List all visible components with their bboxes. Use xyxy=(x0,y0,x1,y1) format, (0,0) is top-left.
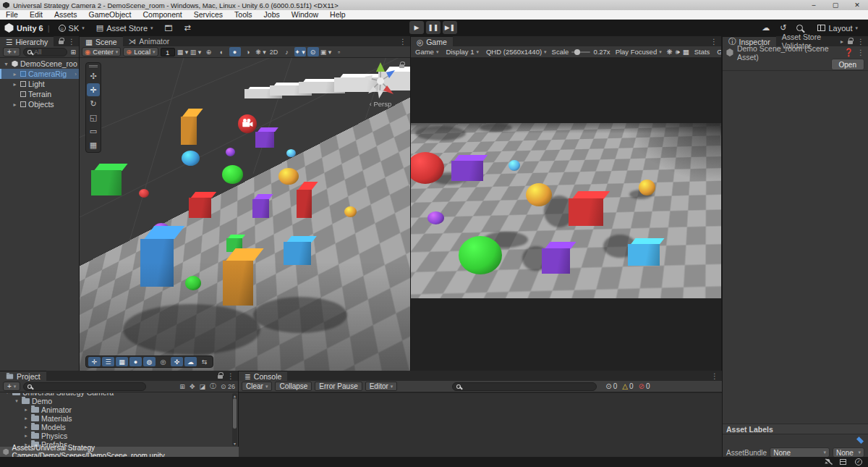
move-tool[interactable]: ✛ xyxy=(87,83,100,96)
cloud-icon[interactable]: ☁ xyxy=(762,23,770,33)
orientation-gizmo[interactable]: ‹ Persp xyxy=(355,61,406,117)
tab-project[interactable]: Project xyxy=(0,371,46,381)
info-count[interactable]: ⊙0 xyxy=(605,382,617,390)
menu-assets[interactable]: Assets xyxy=(48,10,83,20)
kebab-menu-icon[interactable]: ⋮ xyxy=(399,38,407,46)
console-search-input[interactable] xyxy=(452,382,597,391)
more-tabs-icon[interactable]: ▸ xyxy=(841,38,843,45)
tab-console[interactable]: ≣ Console xyxy=(239,371,287,381)
menu-edit[interactable]: Edit xyxy=(24,10,48,20)
new-window-icon[interactable]: ⊞ xyxy=(70,49,76,56)
overlay-visibility-icon[interactable]: ◍ xyxy=(143,357,156,366)
menu-gameobject[interactable]: GameObject xyxy=(83,10,137,20)
hierarchy-item-terrain[interactable]: Terrain xyxy=(0,89,79,99)
rotate-tool[interactable]: ↻ xyxy=(87,97,100,110)
tag-icon[interactable] xyxy=(856,437,864,444)
console-log-area[interactable] xyxy=(239,392,722,457)
close-button[interactable]: ✕ xyxy=(846,0,868,10)
tool-handle-position-dropdown[interactable]: ◉ Center▾ xyxy=(82,47,121,56)
editor-dropdown[interactable]: Editor▾ xyxy=(365,382,398,391)
hierarchy-search-input[interactable] xyxy=(23,48,67,56)
info-icon[interactable]: ⓘ xyxy=(210,382,216,391)
grid-size-field[interactable]: 1 xyxy=(161,48,175,56)
add-asset-button[interactable]: +▾ xyxy=(3,382,20,391)
menu-tools[interactable]: Tools xyxy=(229,10,258,20)
play-button[interactable]: ▶ xyxy=(409,21,424,34)
project-folder-models[interactable]: ▸Models xyxy=(0,423,232,432)
scale-slider[interactable] xyxy=(571,51,590,53)
kebab-menu-icon[interactable]: ⋮ xyxy=(710,38,718,46)
minimize-button[interactable]: – xyxy=(803,0,825,10)
kebab-menu-icon[interactable]: ⋮ xyxy=(857,49,864,56)
gizmos-dropdown[interactable]: Gizmos xyxy=(715,48,721,56)
menu-jobs[interactable]: Jobs xyxy=(258,10,286,20)
effects-icon[interactable]: ✦ ▾ xyxy=(294,47,306,56)
project-search-input[interactable] xyxy=(23,382,146,391)
hierarchy-item-camerarig[interactable]: ▸CameraRig› xyxy=(0,69,79,79)
hand-tool[interactable]: ✣ xyxy=(87,70,100,83)
account-dropdown[interactable]: ☺ SK▾ xyxy=(54,22,89,34)
overlay-grid-icon[interactable]: ▦ xyxy=(116,357,128,366)
project-folder-animator[interactable]: ▸Animator xyxy=(0,405,232,414)
kebab-menu-icon[interactable]: ⋮ xyxy=(68,38,75,46)
project-folder-demo[interactable]: ▾Demo xyxy=(0,397,232,405)
audio-icon[interactable]: 🕪 xyxy=(676,48,680,56)
shaded-mode-icon[interactable]: ◐ xyxy=(216,47,228,56)
tab-hierarchy[interactable]: ☰ Hierarchy xyxy=(0,36,54,46)
overlay-sliders-icon[interactable]: ☰ xyxy=(102,357,114,366)
asset-store-dropdown[interactable]: ▤ Asset Store▾ xyxy=(92,22,158,34)
hierarchy-item-light[interactable]: ▸Light xyxy=(0,79,79,89)
pause-button[interactable]: ❚❚ xyxy=(426,21,441,34)
clear-button[interactable]: Clear▾ xyxy=(242,382,272,391)
render-doctor-icon[interactable]: ⊕ xyxy=(203,47,215,56)
tab-game[interactable]: ◎ Game xyxy=(411,36,453,46)
lock-icon[interactable] xyxy=(59,41,64,44)
assetbundle-dropdown[interactable]: None▾ xyxy=(770,447,830,458)
overlay-move-icon[interactable]: ✛ xyxy=(88,357,101,366)
scale-tool[interactable]: ◱ xyxy=(87,111,100,124)
overlay-search-icon[interactable]: ◎ xyxy=(157,357,169,366)
hidden-packages-count[interactable]: ⊙ 26 xyxy=(221,383,235,390)
tab-animator[interactable]: ⋊ Animator xyxy=(123,36,176,46)
overlay-cloud-icon[interactable]: ☁ xyxy=(184,357,197,366)
background-tasks-icon[interactable]: ✓ xyxy=(855,458,862,466)
overlay-shuffle-icon[interactable]: ⇆ xyxy=(198,357,210,366)
asset-labels-header[interactable]: Asset Labels xyxy=(723,424,868,434)
open-prefab-arrow[interactable]: › xyxy=(75,71,79,77)
lock-icon[interactable] xyxy=(218,375,223,379)
package-manager-icon[interactable] xyxy=(840,459,846,465)
error-pause-button[interactable]: Error Pause xyxy=(315,382,362,391)
project-folder-physics[interactable]: ▸Physics xyxy=(0,432,232,440)
search-by-label-icon[interactable]: ◪ xyxy=(199,383,205,390)
display-dropdown[interactable]: Display 1▾ xyxy=(443,48,481,56)
help-icon[interactable]: ❓ xyxy=(844,48,854,57)
add-gameobject-button[interactable]: +▾ xyxy=(3,47,20,56)
notifications-muted-icon[interactable] xyxy=(825,459,831,466)
undo-history-icon[interactable]: ↺ xyxy=(780,23,786,33)
particles-icon[interactable]: ❋ ▾ xyxy=(255,47,267,56)
menu-file[interactable]: File xyxy=(0,10,24,20)
assetbundle-variant-dropdown[interactable]: None▾ xyxy=(833,447,864,458)
warning-count[interactable]: △0 xyxy=(622,382,633,390)
scene-visibility-icon[interactable]: ⊙ xyxy=(307,47,319,56)
snap-increment-icon[interactable]: ▥ ▾ xyxy=(190,47,202,56)
overlay-sphere-icon[interactable]: ● xyxy=(129,357,142,366)
project-scrollbar[interactable]: ▴ ▾ xyxy=(232,393,237,446)
rect-tool[interactable]: ▭ xyxy=(87,125,100,138)
menu-services[interactable]: Services xyxy=(188,10,229,20)
overlay-gizmo-icon[interactable]: ✜ xyxy=(171,357,183,366)
menu-component[interactable]: Component xyxy=(137,10,187,20)
search-icon[interactable] xyxy=(796,25,803,31)
overlay-menu-icon[interactable]: ▫ xyxy=(333,47,345,56)
project-folder-materials[interactable]: ▸Materials xyxy=(0,414,232,423)
maximize-button[interactable]: ▢ xyxy=(825,0,846,10)
audio-mute-icon[interactable]: ♪ xyxy=(281,47,293,56)
2d-toggle[interactable]: 2D xyxy=(268,47,280,56)
kebab-menu-icon[interactable]: ⋮ xyxy=(227,372,234,380)
game-view-dropdown[interactable]: Game▾ xyxy=(413,48,441,56)
gizmo-lock-icon[interactable] xyxy=(399,64,404,68)
stats-button[interactable]: Stats xyxy=(692,48,712,56)
multiplayer-icon[interactable]: ⇄ xyxy=(180,22,195,34)
transform-tool[interactable]: ▦ xyxy=(87,138,100,151)
collapse-button[interactable]: Collapse xyxy=(275,382,312,391)
